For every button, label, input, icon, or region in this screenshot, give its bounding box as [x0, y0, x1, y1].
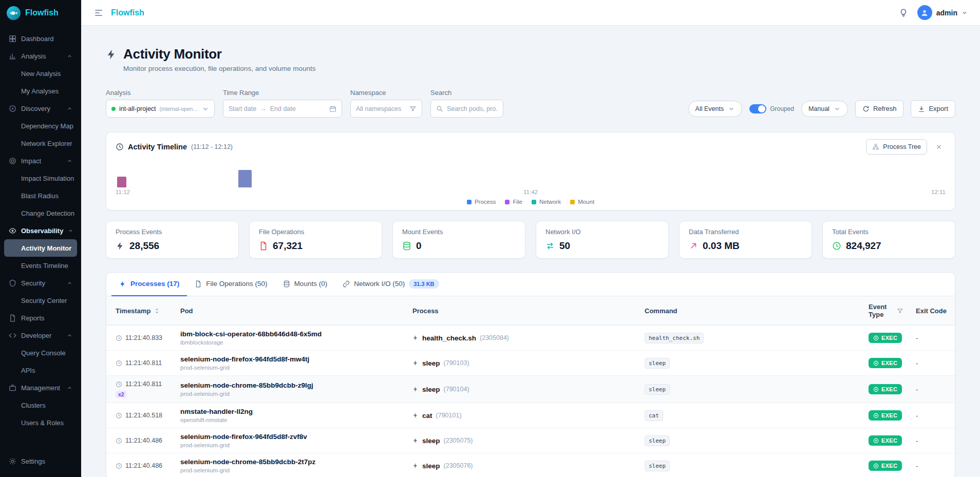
sidebar-item-blast-radius[interactable]: Blast Radius [4, 187, 77, 204]
sidebar-item-events-timeline[interactable]: Events Timeline [4, 257, 77, 274]
axis-tick: 11:12 [116, 189, 130, 195]
sidebar-logo-row[interactable]: Flowfish [0, 0, 81, 26]
tab-label: Network I/O (50) [354, 280, 405, 288]
legend-swatch [505, 200, 510, 204]
observability-icon [9, 227, 16, 235]
table-row[interactable]: 11:21:40.811x2 selenium-node-chrome-85bb… [106, 376, 955, 403]
sidebar-item-label: Settings [21, 457, 45, 465]
sidebar-item-label: Users & Roles [21, 419, 64, 427]
sidebar-section-security[interactable]: Security [4, 274, 77, 292]
sidebar-section-discovery[interactable]: Discovery [4, 100, 77, 117]
stat-value: 0.03 MB [703, 240, 740, 252]
analysis-label: Analysis [106, 89, 215, 97]
table-row[interactable]: 11:21:40.518 nmstate-handler-ll2ngopensh… [106, 403, 955, 428]
stat-card-total-events: Total Events 824,927 [822, 221, 955, 259]
sidebar-item-new-analysis[interactable]: New Analysis [4, 65, 77, 82]
command-chip: sleep [645, 461, 670, 471]
process-tree-button[interactable]: Process Tree [866, 139, 927, 155]
table-row[interactable]: 11:21:40.811 selenium-node-firefox-964fd… [106, 351, 955, 376]
sidebar-item-label: Change Detection [21, 209, 74, 217]
tab-label: Processes (17) [130, 280, 179, 288]
user-name: admin [936, 9, 957, 17]
sidebar-item-label: Reports [21, 314, 45, 322]
chevron-up-icon [67, 280, 72, 286]
user-menu[interactable]: admin [917, 5, 968, 20]
sidebar-section-management[interactable]: Management [4, 379, 77, 396]
tab-processes[interactable]: Processes (17) [111, 273, 187, 296]
refresh-mode-select[interactable]: Manual [801, 101, 848, 117]
sidebar-section-impact[interactable]: Impact [4, 152, 77, 169]
analysis-select[interactable]: int-all-project (internal-openshift) [106, 100, 215, 118]
bolt-icon [116, 241, 125, 251]
topbar-brand[interactable]: Flowfish [111, 8, 144, 17]
sidebar-item-label: APIs [21, 367, 35, 374]
bolt-icon [412, 335, 419, 341]
sidebar-section-observability[interactable]: Observability [4, 222, 77, 239]
sidebar-item-security-center[interactable]: Security Center [4, 292, 77, 309]
sidebar-item-impact-simulation[interactable]: Impact Simulation [4, 169, 77, 187]
stat-card-network-io: Network I/O 50 [536, 221, 669, 259]
sidebar-item-clusters[interactable]: Clusters [4, 396, 77, 414]
time-range-input[interactable]: Start date → End date [223, 100, 342, 118]
sidebar-section-analysis[interactable]: Analysis [4, 47, 77, 65]
sidebar-section-label: Security [21, 279, 45, 287]
tab-mounts[interactable]: Mounts (0) [275, 273, 335, 296]
sidebar: Flowfish Dashboard Analysis New Analysis… [0, 0, 81, 477]
table-row[interactable]: 11:21:40.486 selenium-node-chrome-85bb9d… [106, 453, 955, 477]
sidebar-item-users-roles[interactable]: Users & Roles [4, 414, 77, 431]
namespace-select[interactable]: All namespaces [350, 100, 422, 118]
discovery-icon [9, 105, 16, 112]
close-icon [935, 143, 943, 150]
tab-network-io[interactable]: Network I/O (50) 31.3 KB [335, 273, 446, 296]
filter-actions: All Events Grouped Manual Refresh [688, 100, 955, 118]
code-icon [9, 332, 16, 339]
sidebar-item-query-console[interactable]: Query Console [4, 344, 77, 361]
axis-tick: 11:42 [523, 189, 538, 195]
sidebar-item-activity-monitor[interactable]: Activity Monitor [4, 239, 77, 257]
clock-icon [116, 335, 122, 341]
sidebar-toggle-icon[interactable] [93, 8, 104, 18]
timeline-axis: 11:12 11:42 12:11 [116, 189, 946, 195]
filter-icon[interactable] [897, 308, 903, 314]
page-content: Activity Monitor Monitor process executi… [81, 26, 980, 477]
filter-icon [409, 105, 417, 112]
tab-file-operations[interactable]: File Operations (50) [187, 273, 275, 296]
sidebar-nav: Dashboard Analysis New Analysis My Analy… [0, 26, 81, 477]
stat-label: Network I/O [545, 228, 659, 236]
refresh-button[interactable]: Refresh [855, 100, 904, 118]
refresh-mode-value: Manual [808, 105, 830, 112]
event-type-badge: EXEC [869, 461, 902, 471]
grouped-toggle[interactable] [749, 104, 766, 113]
sidebar-section-developer[interactable]: Developer [4, 327, 77, 344]
exec-icon [873, 387, 879, 392]
sidebar-item-dependency-map[interactable]: Dependency Map [4, 117, 77, 135]
export-button[interactable]: Export [911, 100, 955, 118]
sidebar-item-label: Impact Simulation [21, 175, 74, 182]
sidebar-item-apis[interactable]: APIs [4, 361, 77, 379]
legend-item-file: File [505, 199, 522, 205]
pod-name: nmstate-handler-ll2ng [180, 408, 400, 415]
search-input[interactable] [447, 105, 498, 112]
all-events-select[interactable]: All Events [688, 101, 743, 117]
table-row[interactable]: 11:21:40.833 ibm-block-csi-operator-68bb… [106, 326, 955, 351]
clock-icon [116, 360, 122, 367]
sort-icon[interactable] [154, 308, 160, 314]
lightbulb-icon[interactable] [899, 8, 908, 17]
tab-label: Mounts (0) [294, 280, 328, 288]
exec-icon [873, 360, 879, 366]
analysis-value: int-all-project [119, 105, 156, 112]
sidebar-item-settings[interactable]: Settings [4, 452, 77, 470]
table-row[interactable]: 11:21:40.486 selenium-node-firefox-964fd… [106, 428, 955, 453]
legend-item-mount: Mount [570, 199, 594, 205]
close-timeline-button[interactable] [932, 140, 946, 154]
sidebar-item-reports[interactable]: Reports [4, 309, 77, 327]
sidebar-item-dashboard[interactable]: Dashboard [4, 30, 77, 47]
sidebar-item-my-analyses[interactable]: My Analyses [4, 82, 77, 100]
bolt-icon [412, 437, 419, 444]
pod-namespace: ibmblockstorage [180, 339, 400, 346]
swap-arrows-icon [545, 241, 555, 251]
row-timestamp: 11:21:40.486 [125, 462, 162, 469]
sidebar-item-label: Clusters [21, 402, 46, 409]
sidebar-item-change-detection[interactable]: Change Detection [4, 204, 77, 222]
sidebar-item-network-explorer[interactable]: Network Explorer [4, 135, 77, 152]
